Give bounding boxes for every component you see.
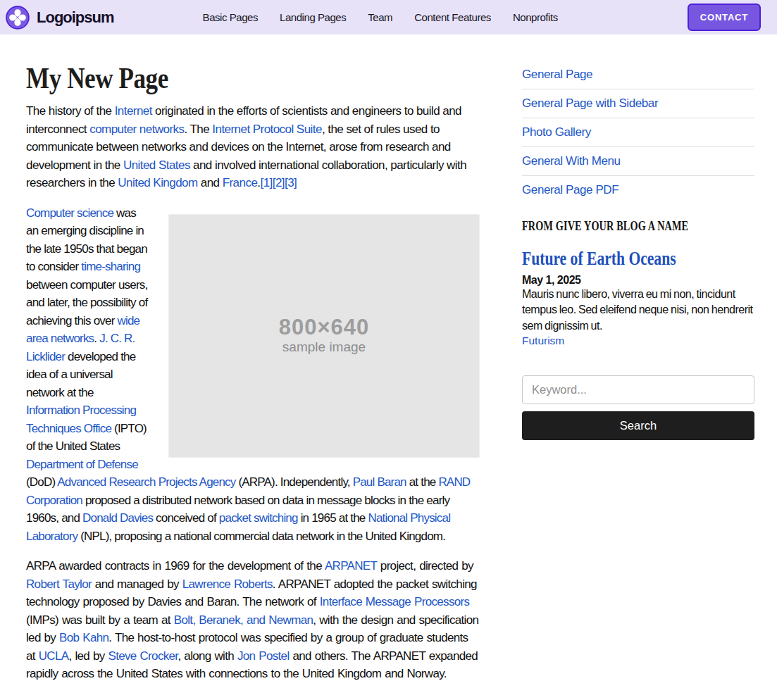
blog-post-tag-link[interactable]: Futurism (522, 335, 564, 347)
text-segment: , led by (68, 649, 108, 663)
inline-link[interactable]: Lawrence Roberts (182, 577, 273, 591)
site-header: Logoipsum Basic Pages Landing Pages Team… (0, 0, 777, 35)
contact-button[interactable]: CONTACT (688, 4, 761, 31)
main-nav: Basic Pages Landing Pages Team Content F… (114, 11, 647, 23)
inline-link[interactable]: Computer science (26, 206, 113, 220)
text-segment: . (94, 332, 99, 345)
sidebar: General Page General Page with Sidebar P… (522, 61, 754, 695)
brand-name: Logoipsum (37, 8, 114, 27)
sidebar-link-general-with-menu[interactable]: General With Menu (522, 154, 621, 168)
inline-link[interactable]: ARPANET (325, 559, 377, 573)
inline-link[interactable]: UCLA (39, 649, 69, 663)
sidebar-menu: General Page General Page with Sidebar P… (522, 61, 754, 204)
inline-link[interactable]: Internet (115, 104, 152, 118)
menu-item: General With Menu (522, 147, 754, 176)
logo-icon (6, 6, 30, 30)
inline-link[interactable]: Bob Kahn (59, 631, 108, 644)
inline-link[interactable]: packet switching (219, 511, 298, 525)
sidebar-link-photo-gallery[interactable]: Photo Gallery (522, 125, 591, 139)
inline-link[interactable]: Internet Protocol Suite (212, 123, 322, 136)
text-segment: in 1965 at the (298, 511, 368, 525)
paragraph-3: ARPA awarded contracts in 1969 for the d… (26, 557, 480, 683)
text-segment: and managed by (92, 577, 182, 591)
inline-link[interactable]: United States (123, 158, 190, 172)
blog-widget: FROM GIVE YOUR BLOG A NAME Future of Ear… (522, 219, 754, 347)
text-segment: The history of the (26, 104, 115, 118)
inline-link[interactable]: [3] (285, 176, 297, 189)
text-segment: . The (184, 123, 212, 136)
sidebar-link-general-page-with-sidebar[interactable]: General Page with Sidebar (522, 96, 658, 110)
search-widget: Search (522, 375, 754, 440)
inline-link[interactable]: time-sharing (81, 260, 140, 273)
text-segment: , along with (178, 649, 237, 663)
page-title: My New Page (26, 61, 405, 94)
brand[interactable]: Logoipsum (6, 6, 114, 30)
inline-link[interactable]: Donald Davies (82, 511, 153, 525)
blog-post-date: May 1, 2025 (522, 274, 754, 287)
inline-link[interactable]: [2] (273, 176, 285, 189)
nav-item-landing-pages[interactable]: Landing Pages (280, 11, 346, 23)
inline-link[interactable]: France (223, 176, 258, 189)
inline-link[interactable]: Interface Message Processors (320, 595, 470, 608)
text-segment: (ARPA). Independently, (235, 475, 352, 489)
text-segment: (NPL), proposing a national commercial d… (77, 530, 445, 543)
blog-post-title-link[interactable]: Future of Earth Oceans (522, 249, 708, 270)
text-segment: conceived of (153, 511, 219, 525)
inline-link[interactable]: computer networks (89, 123, 184, 136)
inline-link[interactable]: Jon Postel (237, 649, 290, 663)
menu-item: Photo Gallery (522, 118, 754, 147)
sidebar-link-general-page[interactable]: General Page (522, 68, 592, 81)
search-button[interactable]: Search (522, 411, 754, 440)
text-segment: and (198, 176, 223, 189)
inline-link[interactable]: Robert Taylor (26, 577, 92, 591)
blog-widget-heading: FROM GIVE YOUR BLOG A NAME (522, 219, 706, 234)
menu-item: General Page PDF (522, 176, 754, 204)
inline-link[interactable]: Bolt, Beranek, and Newman (174, 613, 313, 627)
text-segment: ARPA awarded contracts in 1969 for the d… (26, 559, 325, 573)
text-segment: (DoD) (26, 475, 57, 489)
page-body: My New Page The history of the Internet … (0, 35, 777, 695)
text-segment: (IMPs) was built by a team at (26, 613, 174, 627)
nav-item-nonprofits[interactable]: Nonprofits (513, 11, 558, 23)
menu-item: General Page (522, 61, 754, 89)
inline-link[interactable]: Advanced Research Projects Agency (57, 475, 235, 489)
paragraph-2: 800×640sample imageComputer science was … (26, 204, 480, 546)
placeholder-caption: sample image (282, 339, 366, 356)
menu-item: General Page with Sidebar (522, 89, 754, 118)
sidebar-link-general-page-pdf[interactable]: General Page PDF (522, 183, 619, 196)
nav-item-content-features[interactable]: Content Features (414, 11, 491, 23)
inline-link[interactable]: Steve Crocker (108, 649, 178, 663)
nav-item-team[interactable]: Team (368, 11, 392, 23)
search-input[interactable] (522, 375, 754, 404)
paragraph-1: The history of the Internet originated i… (26, 102, 480, 192)
nav-item-basic-pages[interactable]: Basic Pages (203, 11, 258, 23)
article: My New Page The history of the Internet … (26, 61, 480, 695)
blog-post-excerpt: Mauris nunc libero, viverra eu mi non, t… (522, 287, 754, 335)
placeholder-size-label: 800×640 (279, 315, 370, 339)
inline-link[interactable]: [1] (260, 176, 272, 189)
text-segment: project, directed by (377, 559, 473, 573)
sample-image-placeholder: 800×640sample image (168, 214, 480, 458)
text-segment: at the (406, 475, 439, 489)
inline-link[interactable]: Paul Baran (353, 475, 406, 489)
inline-link[interactable]: Department of Defense (26, 458, 138, 471)
inline-link[interactable]: United Kingdom (118, 176, 197, 189)
